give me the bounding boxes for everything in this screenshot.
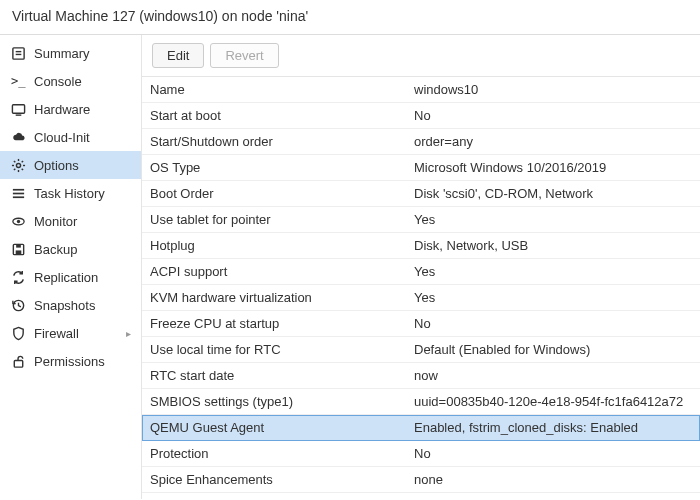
option-row[interactable]: Use local time for RTCDefault (Enabled f… [142, 337, 700, 363]
option-value: No [406, 311, 700, 336]
option-row[interactable]: OS TypeMicrosoft Windows 10/2016/2019 [142, 155, 700, 181]
sidebar-item-cloud-init[interactable]: Cloud-Init [0, 123, 141, 151]
option-row[interactable]: Boot OrderDisk 'scsi0', CD-ROM, Network [142, 181, 700, 207]
option-value: Automatic [406, 493, 700, 499]
option-row[interactable]: Start/Shutdown orderorder=any [142, 129, 700, 155]
option-value: Disk 'scsi0', CD-ROM, Network [406, 181, 700, 206]
option-key: KVM hardware virtualization [142, 285, 406, 310]
option-key: Start at boot [142, 103, 406, 128]
option-value: Microsoft Windows 10/2016/2019 [406, 155, 700, 180]
sidebar-item-label: Replication [34, 270, 98, 285]
sidebar-item-label: Firewall [34, 326, 79, 341]
option-key: Freeze CPU at startup [142, 311, 406, 336]
eye-icon [10, 213, 26, 229]
shield-icon [10, 325, 26, 341]
option-row[interactable]: Namewindows10 [142, 77, 700, 103]
option-value: uuid=00835b40-120e-4e18-954f-fc1fa6412a7… [406, 389, 700, 414]
option-row[interactable]: KVM hardware virtualizationYes [142, 285, 700, 311]
option-key: SMBIOS settings (type1) [142, 389, 406, 414]
sidebar-item-label: Monitor [34, 214, 77, 229]
option-key: ACPI support [142, 259, 406, 284]
sidebar-item-console[interactable]: Console [0, 67, 141, 95]
list-icon [10, 185, 26, 201]
option-key: Hotplug [142, 233, 406, 258]
history-icon [10, 297, 26, 313]
option-row[interactable]: HotplugDisk, Network, USB [142, 233, 700, 259]
option-row[interactable]: Freeze CPU at startupNo [142, 311, 700, 337]
chevron-right-icon: ▸ [126, 328, 131, 339]
sidebar-item-label: Options [34, 158, 79, 173]
option-row[interactable]: Spice Enhancementsnone [142, 467, 700, 493]
option-row[interactable]: ProtectionNo [142, 441, 700, 467]
options-grid: Namewindows10Start at bootNoStart/Shutdo… [142, 77, 700, 499]
option-row[interactable]: Start at bootNo [142, 103, 700, 129]
sidebar-item-task-history[interactable]: Task History [0, 179, 141, 207]
option-value: now [406, 363, 700, 388]
option-key: Name [142, 77, 406, 102]
sidebar-item-label: Hardware [34, 102, 90, 117]
option-key: Start/Shutdown order [142, 129, 406, 154]
toolbar: Edit Revert [142, 35, 700, 77]
option-key: Spice Enhancements [142, 467, 406, 492]
option-value: Yes [406, 207, 700, 232]
replication-icon [10, 269, 26, 285]
option-value: Enabled, fstrim_cloned_disks: Enabled [406, 415, 700, 440]
sidebar-item-label: Permissions [34, 354, 105, 369]
sidebar-item-firewall[interactable]: Firewall▸ [0, 319, 141, 347]
option-key: Boot Order [142, 181, 406, 206]
option-row[interactable]: QEMU Guest AgentEnabled, fstrim_cloned_d… [142, 415, 700, 441]
summary-icon [10, 45, 26, 61]
sidebar: SummaryConsoleHardwareCloud-InitOptionsT… [0, 35, 142, 499]
option-row[interactable]: VM State storageAutomatic [142, 493, 700, 499]
option-row[interactable]: ACPI supportYes [142, 259, 700, 285]
sidebar-item-label: Task History [34, 186, 105, 201]
option-key: Use tablet for pointer [142, 207, 406, 232]
option-key: OS Type [142, 155, 406, 180]
option-value: Yes [406, 259, 700, 284]
page-title: Virtual Machine 127 (windows10) on node … [0, 0, 700, 35]
edit-button[interactable]: Edit [152, 43, 204, 68]
option-key: Use local time for RTC [142, 337, 406, 362]
option-key: Protection [142, 441, 406, 466]
option-row[interactable]: RTC start datenow [142, 363, 700, 389]
sidebar-item-label: Snapshots [34, 298, 95, 313]
gear-icon [10, 157, 26, 173]
option-value: No [406, 441, 700, 466]
option-value: none [406, 467, 700, 492]
option-key: RTC start date [142, 363, 406, 388]
option-value: Yes [406, 285, 700, 310]
option-value: windows10 [406, 77, 700, 102]
sidebar-item-hardware[interactable]: Hardware [0, 95, 141, 123]
sidebar-item-label: Cloud-Init [34, 130, 90, 145]
option-value: No [406, 103, 700, 128]
sidebar-item-options[interactable]: Options [0, 151, 141, 179]
sidebar-item-snapshots[interactable]: Snapshots [0, 291, 141, 319]
option-row[interactable]: Use tablet for pointerYes [142, 207, 700, 233]
save-icon [10, 241, 26, 257]
sidebar-item-label: Backup [34, 242, 77, 257]
option-value: order=any [406, 129, 700, 154]
sidebar-item-label: Summary [34, 46, 90, 61]
option-row[interactable]: SMBIOS settings (type1)uuid=00835b40-120… [142, 389, 700, 415]
option-key: QEMU Guest Agent [142, 415, 406, 440]
option-value: Disk, Network, USB [406, 233, 700, 258]
option-value: Default (Enabled for Windows) [406, 337, 700, 362]
sidebar-item-replication[interactable]: Replication [0, 263, 141, 291]
sidebar-item-label: Console [34, 74, 82, 89]
sidebar-item-monitor[interactable]: Monitor [0, 207, 141, 235]
console-icon [10, 73, 26, 89]
hardware-icon [10, 101, 26, 117]
revert-button[interactable]: Revert [210, 43, 278, 68]
unlock-icon [10, 353, 26, 369]
sidebar-item-summary[interactable]: Summary [0, 39, 141, 67]
sidebar-item-permissions[interactable]: Permissions [0, 347, 141, 375]
cloud-icon [10, 129, 26, 145]
option-key: VM State storage [142, 493, 406, 499]
sidebar-item-backup[interactable]: Backup [0, 235, 141, 263]
